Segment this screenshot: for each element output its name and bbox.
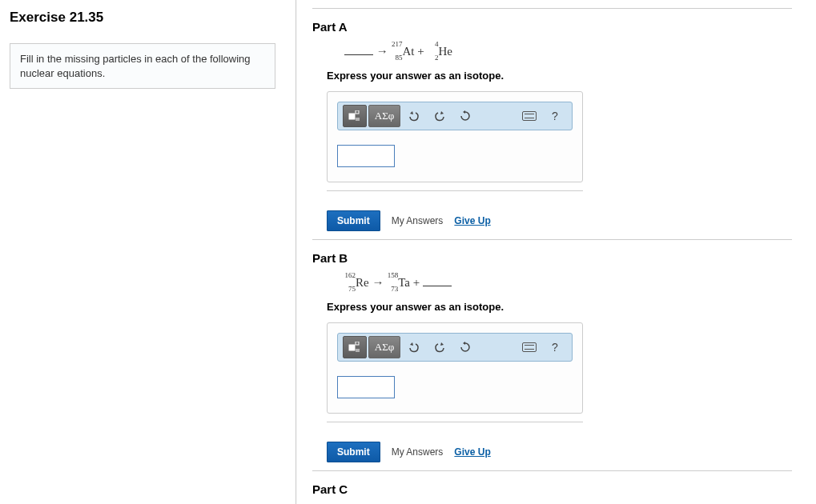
main-content: Part A → 217 85 At + 4 2 He Express your… bbox=[296, 0, 816, 504]
arrow: → bbox=[372, 276, 384, 289]
part-b-actions: Submit My Answers Give Up bbox=[327, 434, 792, 462]
reset-icon[interactable] bbox=[453, 105, 477, 127]
keyboard-icon[interactable] bbox=[517, 336, 541, 358]
svg-rect-2 bbox=[349, 345, 355, 350]
svg-rect-1 bbox=[356, 110, 359, 114]
reset-icon[interactable] bbox=[453, 336, 477, 358]
svg-rect-0 bbox=[349, 114, 355, 119]
divider bbox=[312, 239, 792, 240]
part-b-equation: 162 75 Re → 158 73 Ta + bbox=[312, 276, 792, 290]
exercise-prompt: Fill in the missing particles in each of… bbox=[10, 43, 275, 89]
nuclide-ta: 158 73 Ta bbox=[387, 276, 410, 290]
greek-letters-button[interactable]: ΑΣφ bbox=[368, 105, 400, 127]
part-a-toolbar: ΑΣφ ? bbox=[337, 102, 573, 130]
part-b-instruction: Express your answer as an isotope. bbox=[312, 301, 792, 313]
template-icon[interactable] bbox=[343, 336, 367, 358]
plus-sign: + bbox=[413, 276, 420, 289]
keyboard-icon[interactable] bbox=[517, 105, 541, 127]
nuclide-re: 162 75 Re bbox=[344, 276, 369, 290]
undo-icon[interactable] bbox=[402, 336, 426, 358]
give-up-link[interactable]: Give Up bbox=[454, 215, 490, 226]
hint-button[interactable]: ? bbox=[543, 105, 567, 127]
greek-letters-button[interactable]: ΑΣφ bbox=[368, 336, 400, 358]
left-sidebar: Exercise 21.35 Fill in the missing parti… bbox=[0, 0, 296, 504]
plus-sign: + bbox=[417, 45, 424, 58]
blank-product bbox=[423, 286, 452, 286]
divider bbox=[327, 190, 583, 191]
arrow: → bbox=[376, 45, 388, 58]
nuclide-at: 217 85 At bbox=[392, 45, 415, 58]
submit-button[interactable]: Submit bbox=[327, 442, 380, 462]
part-a-answer-box: ΑΣφ ? bbox=[327, 91, 583, 182]
redo-icon[interactable] bbox=[428, 105, 452, 127]
divider bbox=[327, 422, 583, 422]
give-up-link[interactable]: Give Up bbox=[454, 446, 490, 458]
my-answers-link[interactable]: My Answers bbox=[392, 215, 444, 226]
nuclide-he: 4 2 He bbox=[427, 45, 452, 58]
part-c-label: Part C bbox=[312, 482, 792, 496]
my-answers-link[interactable]: My Answers bbox=[392, 446, 444, 458]
part-b-toolbar: ΑΣφ ? bbox=[337, 333, 573, 362]
blank-reactant bbox=[344, 54, 373, 55]
redo-icon[interactable] bbox=[428, 336, 452, 358]
undo-icon[interactable] bbox=[402, 105, 426, 127]
exercise-title: Exercise 21.35 bbox=[10, 10, 282, 26]
submit-button[interactable]: Submit bbox=[327, 210, 380, 231]
part-b-label: Part B bbox=[312, 251, 792, 265]
divider bbox=[312, 470, 792, 471]
part-b-answer-input[interactable] bbox=[337, 376, 395, 398]
divider bbox=[312, 8, 792, 9]
part-b-answer-box: ΑΣφ ? bbox=[327, 322, 583, 414]
part-a-equation: → 217 85 At + 4 2 He bbox=[312, 45, 792, 58]
svg-rect-3 bbox=[356, 342, 359, 345]
hint-button[interactable]: ? bbox=[543, 336, 567, 358]
part-a-instruction: Express your answer as an isotope. bbox=[312, 70, 792, 82]
part-a-actions: Submit My Answers Give Up bbox=[327, 202, 792, 231]
part-a-label: Part A bbox=[312, 20, 792, 34]
part-a-answer-input[interactable] bbox=[337, 145, 395, 167]
template-icon[interactable] bbox=[343, 105, 367, 127]
